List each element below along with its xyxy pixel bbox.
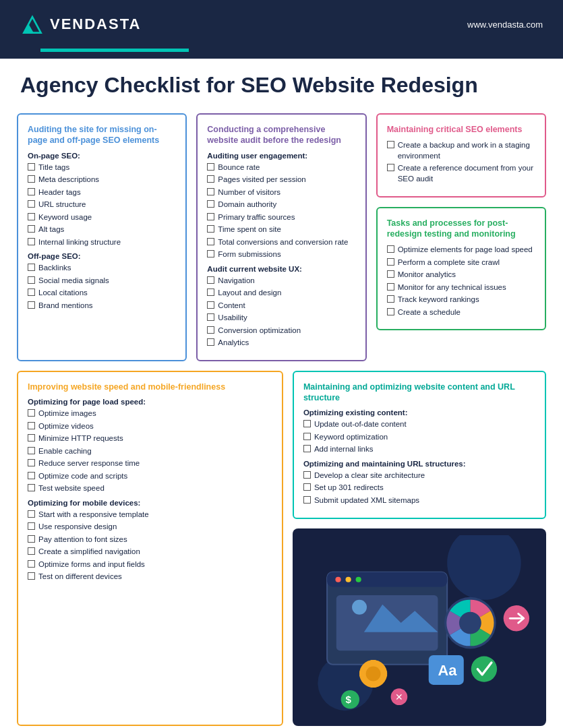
checkbox[interactable] xyxy=(387,141,394,148)
list-item: Set up 301 redirects xyxy=(303,483,535,493)
checkbox[interactable] xyxy=(28,225,35,233)
card2-engagement-label: Auditing user engagement: xyxy=(207,152,355,160)
checkbox[interactable] xyxy=(28,472,35,479)
checkbox[interactable] xyxy=(28,510,35,518)
checkbox[interactable] xyxy=(28,188,35,195)
checkbox[interactable] xyxy=(303,445,311,452)
list-item: Meta descriptions xyxy=(28,175,176,185)
list-item: Enable caching xyxy=(28,446,272,457)
card2-engagement-list: Bounce rate Pages visited per session Nu… xyxy=(207,162,355,260)
svg-point-9 xyxy=(355,576,361,582)
checkbox[interactable] xyxy=(207,250,214,257)
checkbox[interactable] xyxy=(28,289,35,296)
card4-mobile-list: Start with a responsive template Use res… xyxy=(28,510,272,582)
list-item: Test website speed xyxy=(28,483,272,494)
checkbox[interactable] xyxy=(207,225,214,233)
checkbox[interactable] xyxy=(28,264,35,271)
checkbox[interactable] xyxy=(207,301,214,309)
checkbox[interactable] xyxy=(28,422,35,429)
checkbox[interactable] xyxy=(207,200,214,208)
checkbox[interactable] xyxy=(28,522,35,530)
checkbox[interactable] xyxy=(303,420,311,427)
checkbox[interactable] xyxy=(207,175,214,183)
card-content-url: Maintaining and optimizing website conte… xyxy=(293,371,546,519)
svg-rect-19 xyxy=(370,659,376,665)
card2-ux-list: Navigation Layout and design Content Usa… xyxy=(207,276,355,348)
checkbox[interactable] xyxy=(303,496,311,504)
card3-list: Create a backup and work in a staging en… xyxy=(387,140,535,184)
title-area: Agency Checklist for SEO Website Redesig… xyxy=(0,59,563,107)
checkbox[interactable] xyxy=(303,433,311,440)
card5-url-label: Optimizing and maintaining URL structure… xyxy=(303,460,535,468)
list-item: Total conversions and conversion rate xyxy=(207,237,355,248)
card5-url-list: Develop a clear site architecture Set up… xyxy=(303,471,535,506)
checkbox[interactable] xyxy=(303,471,311,479)
checkbox[interactable] xyxy=(387,308,394,315)
list-item: Keyword optimization xyxy=(303,432,535,443)
checkbox[interactable] xyxy=(28,409,35,417)
checkbox[interactable] xyxy=(28,276,35,284)
checkbox[interactable] xyxy=(28,484,35,491)
card1-onpage-label: On-page SEO: xyxy=(28,152,176,160)
list-item: Title tags xyxy=(28,162,176,173)
checkbox[interactable] xyxy=(207,326,214,334)
svg-point-23 xyxy=(471,656,497,681)
list-item: Optimize images xyxy=(28,408,272,419)
checkbox[interactable] xyxy=(28,163,35,171)
vendasta-logo-icon xyxy=(20,12,45,36)
checkbox[interactable] xyxy=(207,188,214,195)
list-item: Usability xyxy=(207,313,355,324)
checkbox[interactable] xyxy=(28,572,35,580)
checkbox[interactable] xyxy=(303,483,311,491)
card5-content-label: Optimizing existing content: xyxy=(303,408,535,417)
card5-title: Maintaining and optimizing website conte… xyxy=(303,382,535,404)
checkbox[interactable] xyxy=(207,238,214,245)
checkbox[interactable] xyxy=(207,313,214,321)
checkbox[interactable] xyxy=(28,200,35,208)
checkbox[interactable] xyxy=(28,238,35,245)
card-post-redesign: Tasks and processes for post-redesign te… xyxy=(376,207,546,331)
list-item: Primary traffic sources xyxy=(207,212,355,223)
row-2: Improving website speed and mobile-frien… xyxy=(17,371,546,727)
checkbox[interactable] xyxy=(28,560,35,568)
illustration: Aa $ xyxy=(293,528,546,727)
checkbox[interactable] xyxy=(207,276,214,284)
checkbox[interactable] xyxy=(28,301,35,309)
checkbox[interactable] xyxy=(28,213,35,220)
list-item: URL structure xyxy=(28,200,176,210)
checkbox[interactable] xyxy=(387,270,394,278)
checkbox[interactable] xyxy=(207,163,214,171)
list-item: Content xyxy=(207,301,355,311)
svg-rect-6 xyxy=(327,572,447,586)
checkbox[interactable] xyxy=(387,164,394,171)
checkbox[interactable] xyxy=(28,434,35,442)
accent-line xyxy=(40,49,189,52)
checkbox[interactable] xyxy=(28,547,35,555)
list-item: Minimize HTTP requests xyxy=(28,433,272,444)
checkbox[interactable] xyxy=(387,295,394,303)
checkbox[interactable] xyxy=(387,283,394,291)
right-column: Maintaining critical SEO elements Create… xyxy=(376,113,546,361)
list-item: Conversion optimization xyxy=(207,326,355,336)
list-item: Navigation xyxy=(207,276,355,286)
checkbox[interactable] xyxy=(207,338,214,346)
checkbox[interactable] xyxy=(207,213,214,220)
checkbox[interactable] xyxy=(387,258,394,266)
card2-title: Conducting a comprehensive website audit… xyxy=(207,124,355,146)
checkbox[interactable] xyxy=(28,175,35,183)
list-item: Layout and design xyxy=(207,288,355,299)
list-item: Pages visited per session xyxy=(207,175,355,185)
list-item: Optimize forms and input fields xyxy=(28,559,272,570)
checkbox[interactable] xyxy=(28,447,35,454)
list-item: Start with a responsive template xyxy=(28,510,272,520)
svg-text:$: $ xyxy=(345,694,351,705)
illustration-svg: Aa $ xyxy=(299,535,539,720)
checkbox[interactable] xyxy=(28,535,35,543)
checkbox[interactable] xyxy=(28,459,35,466)
checkbox[interactable] xyxy=(387,245,394,253)
card-website-audit: Conducting a comprehensive website audit… xyxy=(196,113,366,361)
card1-title: Auditing the site for missing on-page an… xyxy=(28,124,176,146)
list-item: Monitor analytics xyxy=(387,270,535,280)
card6-title: Tasks and processes for post-redesign te… xyxy=(387,218,535,240)
checkbox[interactable] xyxy=(207,289,214,296)
